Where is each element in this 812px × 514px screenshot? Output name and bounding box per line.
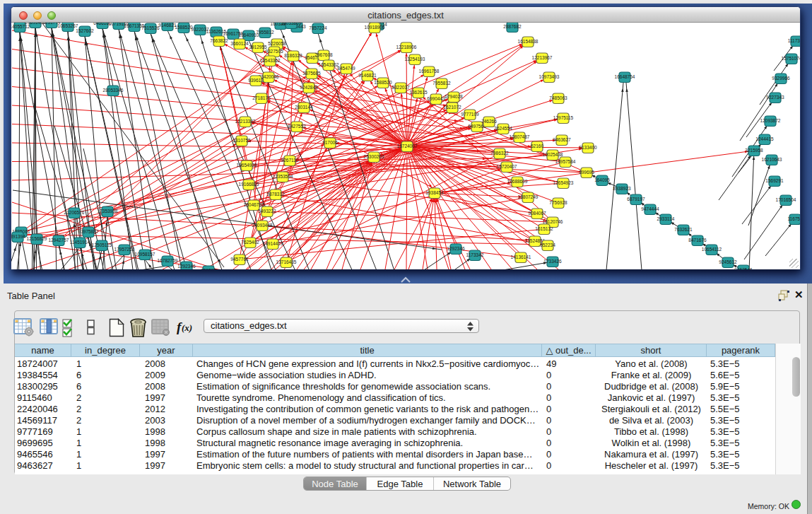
svg-text:1527602: 1527602 [76, 28, 94, 33]
svg-text:10653267: 10653267 [58, 23, 78, 28]
svg-text:5878312: 5878312 [266, 192, 285, 197]
svg-text:12213967: 12213967 [532, 55, 553, 60]
svg-text:2933114: 2933114 [657, 216, 675, 221]
svg-text:9329966: 9329966 [772, 76, 790, 81]
svg-text:18807249: 18807249 [518, 194, 539, 199]
svg-text:7857224: 7857224 [309, 25, 327, 30]
svg-text:10807487: 10807487 [510, 134, 530, 139]
svg-text:959393: 959393 [201, 268, 216, 269]
svg-text:391394: 391394 [11, 234, 25, 239]
svg-text:899695: 899695 [579, 170, 594, 175]
svg-text:7955812: 7955812 [256, 30, 274, 35]
svg-text:16782759: 16782759 [158, 258, 178, 263]
svg-text:1292346: 1292346 [177, 264, 196, 269]
svg-text:1938454: 1938454 [425, 190, 444, 195]
svg-text:2803144: 2803144 [295, 105, 313, 110]
svg-text:116753: 116753 [787, 216, 800, 221]
svg-text:8186328: 8186328 [284, 53, 302, 58]
svg-text:1117334: 1117334 [788, 38, 800, 43]
svg-text:12093872: 12093872 [760, 118, 781, 123]
svg-text:2967608: 2967608 [314, 52, 333, 57]
svg-text:17353938: 17353938 [98, 209, 118, 214]
svg-text:10688609: 10688609 [507, 179, 528, 184]
svg-text:13254193: 13254193 [405, 57, 425, 62]
svg-text:25300203: 25300203 [364, 154, 384, 159]
svg-text:3875685: 3875685 [302, 71, 321, 76]
svg-text:2887682: 2887682 [503, 24, 522, 29]
svg-text:3660124: 3660124 [230, 41, 249, 46]
svg-text:3912955: 3912955 [249, 45, 267, 49]
svg-text:9146821: 9146821 [358, 73, 377, 78]
svg-text:1615132: 1615132 [535, 226, 553, 231]
svg-text:62160: 62160 [531, 144, 543, 148]
svg-text:9133400: 9133400 [579, 145, 597, 150]
svg-text:7955812: 7955812 [433, 81, 451, 86]
svg-text:8454749: 8454749 [337, 66, 355, 71]
svg-text:15720407: 15720407 [497, 164, 517, 169]
svg-text:10025438: 10025438 [543, 152, 563, 157]
svg-text:14957584: 14957584 [555, 159, 576, 164]
svg-text:746266: 746266 [481, 119, 497, 124]
svg-text:8938923: 8938923 [613, 186, 631, 191]
svg-text:1588520: 1588520 [374, 80, 392, 85]
svg-text:16648754: 16648754 [615, 74, 635, 79]
svg-text:9777109: 9777109 [461, 112, 479, 117]
svg-text:3624554: 3624554 [494, 126, 512, 131]
svg-text:6990443: 6990443 [427, 96, 445, 101]
svg-text:12213382: 12213382 [235, 119, 256, 124]
svg-text:12218906: 12218906 [396, 45, 417, 49]
svg-text:10918906: 10918906 [365, 25, 385, 30]
svg-text:6794028: 6794028 [445, 94, 463, 99]
svg-text:2718176: 2718176 [252, 95, 271, 100]
svg-text:7632621: 7632621 [674, 227, 693, 232]
svg-text:15046788: 15046788 [244, 202, 264, 207]
svg-text:12942757: 12942757 [49, 238, 69, 243]
svg-text:12975115: 12975115 [553, 115, 574, 120]
svg-text:7756928: 7756928 [549, 200, 567, 205]
svg-text:7485063: 7485063 [549, 95, 567, 100]
svg-text:1310755: 1310755 [233, 138, 251, 143]
svg-text:1292346: 1292346 [447, 246, 465, 251]
svg-text:917006: 917006 [322, 140, 338, 145]
svg-text:14055712: 14055712 [11, 24, 30, 29]
svg-text:1569291: 1569291 [765, 178, 784, 183]
svg-text:7986322: 7986322 [490, 151, 509, 156]
svg-text:16961758: 16961758 [419, 69, 440, 74]
svg-text:9242848: 9242848 [300, 85, 318, 90]
svg-text:93975887: 93975887 [78, 229, 99, 234]
svg-text:5493222: 5493222 [258, 209, 276, 214]
svg-text:12353594: 12353594 [273, 174, 293, 179]
svg-text:1173342: 1173342 [466, 252, 484, 257]
svg-text:7663822: 7663822 [210, 38, 228, 43]
svg-text:12156829: 12156829 [27, 236, 47, 241]
svg-text:8471676: 8471676 [688, 238, 707, 243]
svg-text:16210643: 16210643 [762, 157, 782, 162]
svg-text:1362615: 1362615 [409, 90, 428, 95]
svg-text:14914479: 14914479 [263, 241, 283, 246]
svg-text:14136141: 14136141 [511, 255, 531, 259]
svg-text:19166825: 19166825 [239, 182, 259, 187]
svg-text:9084067: 9084067 [528, 211, 546, 216]
svg-text:1733426: 1733426 [543, 259, 562, 264]
svg-text:10654112: 10654112 [702, 247, 722, 252]
svg-text:952234: 952234 [540, 243, 555, 247]
svg-text:9474444: 9474444 [641, 206, 659, 211]
svg-text:9327505: 9327505 [265, 49, 283, 54]
svg-text:16033809: 16033809 [281, 23, 302, 25]
svg-text:16543362: 16543362 [260, 58, 281, 63]
svg-text:12505115: 12505115 [92, 243, 112, 247]
svg-text:7515526: 7515526 [141, 25, 160, 30]
svg-text:6879197: 6879197 [627, 197, 645, 201]
svg-text:28053346: 28053346 [103, 88, 124, 93]
svg-text:9245612: 9245612 [719, 259, 737, 264]
svg-text:15751074: 15751074 [782, 56, 800, 61]
svg-text:1621072: 1621072 [443, 105, 461, 110]
svg-text:7625402: 7625402 [241, 240, 259, 245]
svg-text:17957253: 17957253 [114, 247, 135, 252]
svg-text:3215958: 3215958 [745, 148, 763, 153]
svg-text:11451914: 11451914 [70, 240, 90, 245]
svg-text:8427552: 8427552 [288, 124, 306, 129]
svg-text:9146821: 9146821 [158, 23, 177, 28]
svg-text:17016504: 17016504 [776, 197, 796, 202]
svg-text:9457761: 9457761 [230, 257, 249, 262]
